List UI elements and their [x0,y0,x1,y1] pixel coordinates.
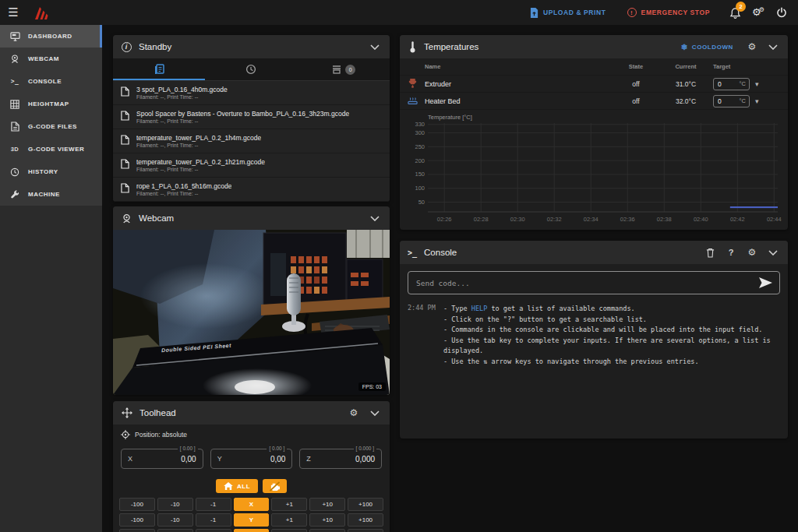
temperatures-panel-header: Temperatures ❄ COOLDOWN ⚙ [400,35,788,58]
sidebar-item-console[interactable]: >_CONSOLE [0,70,102,93]
move-z-+1-button[interactable]: +1 [309,529,345,532]
tab-history[interactable] [205,58,297,80]
gcode-file-row[interactable]: temperature_tower_PLA_0.2_1h21m.gcodeFil… [113,153,390,178]
gcode-file-row[interactable]: temperature_tower_PLA_0.2_1h4m.gcodeFila… [113,129,390,153]
temperatures-settings-button[interactable]: ⚙ [745,41,759,52]
menu-icon[interactable]: ☰ [0,5,26,19]
power-icon [776,7,787,18]
sidebar-item-dashboard[interactable]: DASHBOARD [0,25,102,48]
toolhead-settings-button[interactable]: ⚙ [347,407,361,418]
interface-settings-button[interactable]: ⚙⚙ [747,0,770,25]
sidebar-item-label: HEIGHTMAP [28,100,69,107]
axis-x-home-button[interactable]: X [234,498,270,511]
status-tabs: 0 [113,58,390,81]
console-icon: >_ [408,248,417,257]
move-y-+10-button[interactable]: +10 [309,513,345,527]
heater-current: 31.0°C [659,80,713,88]
console-icon: >_ [9,78,20,85]
history-icon [9,167,20,177]
tab-gcode-files[interactable] [113,58,205,80]
axis-x-input[interactable]: [ 0.00 ]X0,00 [121,449,203,469]
upload-file-icon [530,8,538,18]
file-icon [121,134,129,148]
move-x-+1-button[interactable]: +1 [271,498,307,511]
command-help-button[interactable]: ? [724,248,738,257]
sidebar-item-history[interactable]: HISTORY [0,160,102,183]
axis-value: 0,00 [270,455,285,463]
move-y--1-button[interactable]: -1 [196,513,231,527]
collapse-temperatures-button[interactable] [766,44,780,50]
move-y--10-button[interactable]: -10 [157,513,193,527]
extruder-icon [400,77,425,91]
notifications-button[interactable]: 2 [723,0,747,25]
fps-counter: FPS: 03 [358,382,386,391]
send-icon[interactable] [759,277,772,291]
sidebar-item-g-code-files[interactable]: G-CODE FILES [0,115,102,138]
clear-console-button[interactable] [703,248,717,258]
console-input[interactable] [408,271,780,294]
console-settings-button[interactable]: ⚙ [745,247,759,258]
target-presets-caret-icon[interactable]: ▾ [755,80,759,88]
move-x--10-button[interactable]: -10 [157,498,193,511]
svg-text:200: 200 [415,157,425,164]
move-x--100-button[interactable]: -100 [119,498,155,511]
gcode-file-row[interactable]: Spool Spacer by Bastens - Overture to Ba… [113,105,390,129]
collapse-console-button[interactable] [766,250,780,255]
emergency-stop-button[interactable]: ! EMERGENCY STOP [620,0,718,25]
heater-rows: Extruderoff31.0°C°C▾Heater Bedoff32.0°C°… [400,76,788,110]
webcam-panel-header: Webcam [113,206,390,230]
move-x--1-button[interactable]: -1 [196,498,231,511]
axis-label: Z [306,455,311,463]
move-y-+1-button[interactable]: +1 [271,513,307,527]
target-input-box[interactable]: °C [713,78,750,90]
axis-y-input[interactable]: [ 0.00 ]Y0,00 [210,449,293,469]
sidebar-item-label: CONSOLE [28,78,62,85]
tab-job-queue[interactable]: 0 [298,58,390,80]
sidebar-item-g-code-viewer[interactable]: 3DG-CODE VIEWER [0,138,102,160]
temperature-chart: 5010015020025030033002:2602:2802:3002:32… [404,113,783,226]
collapse-status-button[interactable] [368,44,382,50]
move-z--0.1-button[interactable]: -0.1 [196,529,231,532]
notification-badge: 2 [736,2,746,12]
move-z--25-button[interactable]: -25 [119,529,155,532]
file-info: 3 spot_PLA_0.16_4h0m.gcodeFilament: --, … [136,86,228,100]
gcode-file-row[interactable]: rope 1_PLA_0.16_5h16m.gcodeFilament: --,… [113,178,390,202]
collapse-toolhead-button[interactable] [368,410,382,416]
move-z--1-button[interactable]: -1 [157,529,193,532]
move-y-+100-button[interactable]: +100 [348,513,383,527]
sidebar-item-machine[interactable]: MACHINE [0,183,102,206]
move-y--100-button[interactable]: -100 [119,513,155,527]
motors-off-button[interactable] [263,479,287,493]
axis-y-home-button[interactable]: Y [234,513,270,527]
move-icon [121,407,132,418]
svg-text:02:44: 02:44 [767,216,782,223]
move-z-+25-button[interactable]: +25 [348,529,383,532]
console-command-link[interactable]: HELP [471,305,487,312]
heater-row: Extruderoff31.0°C°C▾ [400,76,788,93]
target-presets-caret-icon[interactable]: ▾ [755,97,759,105]
axis-z-input[interactable]: [ 0.000 ]Z0,000 [299,449,382,469]
warning-icon: ! [627,8,637,17]
upload-print-button[interactable]: UPLOAD & PRINT [522,0,614,25]
target-input[interactable] [718,97,732,105]
target-input[interactable] [718,80,732,88]
power-button[interactable] [770,0,793,25]
sidebar-item-webcam[interactable]: WEBCAM [0,48,102,70]
axis-z-home-button[interactable]: Z [234,529,270,532]
move-z-+0.1-button[interactable]: +0.1 [271,529,307,532]
move-x-+100-button[interactable]: +100 [348,498,383,511]
chevron-down-icon [768,250,778,255]
sidebar-item-heightmap[interactable]: HEIGHTMAP [0,93,102,115]
axis-label: X [128,455,132,463]
target-input-box[interactable]: °C [713,95,750,107]
gcode-file-row[interactable]: 3 spot_PLA_0.16_4h0m.gcodeFilament: --, … [113,81,390,105]
home-all-button[interactable]: ALL [216,479,258,493]
file-meta: Filament: --, Print Time: -- [136,143,261,148]
webcam-stream: Double Sided PEI Sheet FPS: 03 [113,230,390,395]
move-x-+10-button[interactable]: +10 [309,498,345,511]
axis-hint: [ 0.00 ] [267,446,287,451]
log-line: - Click on the "?" button to get a searc… [443,315,780,326]
target-unit: °C [740,97,746,104]
collapse-webcam-button[interactable] [368,216,382,221]
cooldown-button[interactable]: ❄ COOLDOWN [681,43,733,51]
